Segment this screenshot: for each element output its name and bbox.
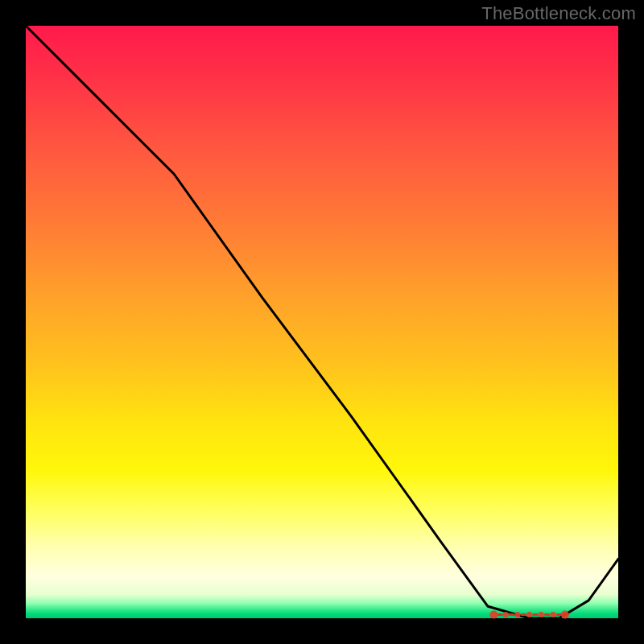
marker-dot [551,612,556,617]
chart-frame: TheBottleneck.com [0,0,644,644]
chart-curve-layer [26,26,618,618]
chart-plot-area [26,26,618,618]
bottleneck-curve [26,26,618,618]
marker-dot [539,612,544,617]
watermark-text: TheBottleneck.com [481,3,636,24]
marker-dot [489,611,497,619]
